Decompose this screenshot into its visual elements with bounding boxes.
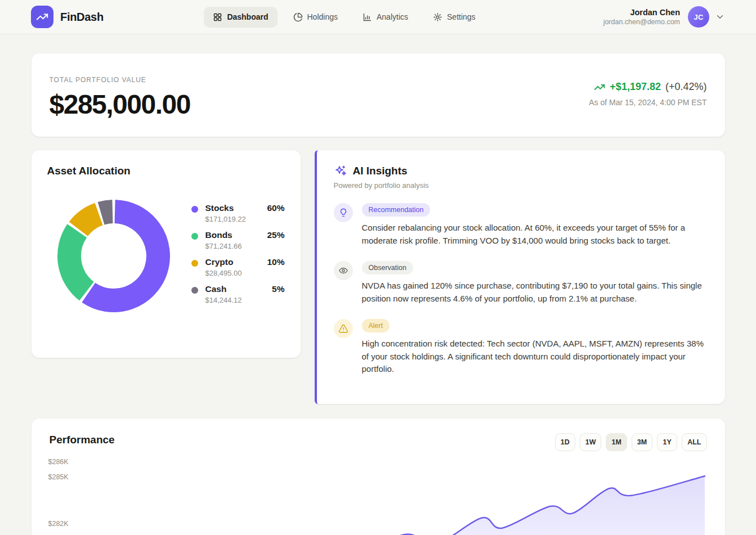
alert-triangle-icon bbox=[334, 319, 353, 338]
recommendation-badge: Recommendation bbox=[362, 203, 431, 217]
legend-dot bbox=[191, 233, 198, 240]
legend-label: Crypto bbox=[205, 257, 242, 267]
tab-settings[interactable]: Settings bbox=[424, 7, 485, 28]
trending-up-icon bbox=[36, 11, 48, 23]
chevron-down-icon[interactable] bbox=[715, 12, 725, 22]
pie-chart-icon bbox=[293, 12, 303, 22]
asset-allocation-card: Asset Allocation Stocks $171,019.22 60% … bbox=[32, 150, 301, 358]
tab-dashboard[interactable]: Dashboard bbox=[204, 7, 277, 28]
legend-amount: $71,241.66 bbox=[205, 242, 242, 250]
legend-amount: $28,495.00 bbox=[205, 269, 242, 277]
tab-label: Holdings bbox=[307, 12, 338, 21]
legend-percent: 10% bbox=[267, 257, 284, 267]
legend-label: Stocks bbox=[205, 203, 246, 213]
allocation-legend: Stocks $171,019.22 60% Bonds $71,241.66 … bbox=[191, 203, 285, 311]
y-axis-tick: $282K bbox=[48, 520, 69, 528]
eye-icon bbox=[334, 261, 353, 280]
user-name: Jordan Chen bbox=[603, 8, 680, 17]
change-percent: (+0.42%) bbox=[665, 81, 707, 93]
tab-holdings[interactable]: Holdings bbox=[284, 7, 347, 28]
grid-icon bbox=[213, 12, 222, 22]
performance-card: Performance 1D 1W 1M 3M 1Y ALL $286K $28… bbox=[32, 419, 725, 535]
ai-insights-title: AI Insights bbox=[353, 165, 408, 177]
user-info: Jordan Chen jordan.chen@demo.com bbox=[603, 8, 680, 26]
legend-item: Cash $14,244.12 5% bbox=[191, 284, 285, 304]
allocation-donut-chart bbox=[55, 197, 173, 315]
legend-amount: $14,244.12 bbox=[205, 296, 242, 304]
sparkles-icon bbox=[334, 164, 347, 178]
chart-area-fill bbox=[63, 476, 705, 535]
tab-label: Dashboard bbox=[227, 12, 268, 21]
insight-text: High concentration risk detected: Tech s… bbox=[362, 338, 708, 376]
bar-chart-icon bbox=[363, 12, 372, 22]
legend-item: Stocks $171,019.22 60% bbox=[191, 203, 285, 223]
user-email: jordan.chen@demo.com bbox=[603, 18, 680, 26]
legend-item: Bonds $71,241.66 25% bbox=[191, 230, 285, 250]
insight-recommendation: Recommendation Consider rebalancing your… bbox=[334, 203, 708, 247]
legend-amount: $171,019.22 bbox=[205, 215, 246, 223]
y-axis-tick: $286K bbox=[48, 458, 69, 466]
legend-percent: 5% bbox=[272, 284, 284, 294]
tab-label: Analytics bbox=[377, 12, 408, 21]
observation-badge: Observation bbox=[362, 261, 413, 275]
legend-item: Crypto $28,495.00 10% bbox=[191, 257, 285, 277]
ai-insights-card: AI Insights Powered by portfolio analysi… bbox=[315, 150, 725, 404]
trending-up-icon bbox=[594, 82, 605, 93]
legend-dot bbox=[191, 287, 198, 294]
legend-dot bbox=[191, 206, 198, 213]
avatar[interactable]: JC bbox=[688, 6, 709, 28]
as-of-timestamp: As of Mar 15, 2024, 4:00 PM EST bbox=[589, 98, 706, 107]
legend-label: Bonds bbox=[205, 230, 242, 240]
brand-name: FinDash bbox=[60, 11, 104, 24]
lightbulb-icon bbox=[334, 203, 353, 222]
gear-icon bbox=[433, 12, 442, 22]
legend-percent: 25% bbox=[267, 230, 284, 240]
change-amount: +$1,197.82 bbox=[610, 81, 661, 93]
legend-label: Cash bbox=[205, 284, 242, 294]
tab-label: Settings bbox=[447, 12, 476, 21]
insight-alert: Alert High concentration risk detected: … bbox=[334, 319, 708, 376]
legend-percent: 60% bbox=[267, 203, 284, 213]
insight-observation: Observation NVDA has gained 120% since p… bbox=[334, 261, 708, 305]
app-logo bbox=[31, 6, 53, 28]
performance-area-chart bbox=[32, 419, 725, 535]
y-axis-tick: $285K bbox=[48, 473, 69, 481]
main-nav: Dashboard Holdings Analytics Settings bbox=[200, 7, 489, 28]
asset-allocation-title: Asset Allocation bbox=[47, 165, 285, 177]
insight-text: NVDA has gained 120% since purchase, con… bbox=[362, 280, 708, 305]
alert-badge: Alert bbox=[362, 319, 390, 332]
portfolio-value: $285,000.00 bbox=[50, 89, 190, 120]
app-header: FinDash Dashboard Holdings Analytics Set… bbox=[0, 0, 756, 34]
tab-analytics[interactable]: Analytics bbox=[354, 7, 417, 28]
legend-dot bbox=[191, 260, 198, 267]
ai-insights-subtitle: Powered by portfolio analysis bbox=[334, 181, 708, 190]
insight-text: Consider rebalancing your stock allocati… bbox=[362, 222, 708, 247]
portfolio-value-card: TOTAL PORTFOLIO VALUE $285,000.00 +$1,19… bbox=[32, 53, 725, 137]
portfolio-value-label: TOTAL PORTFOLIO VALUE bbox=[50, 76, 190, 84]
avatar-initials: JC bbox=[694, 13, 703, 21]
